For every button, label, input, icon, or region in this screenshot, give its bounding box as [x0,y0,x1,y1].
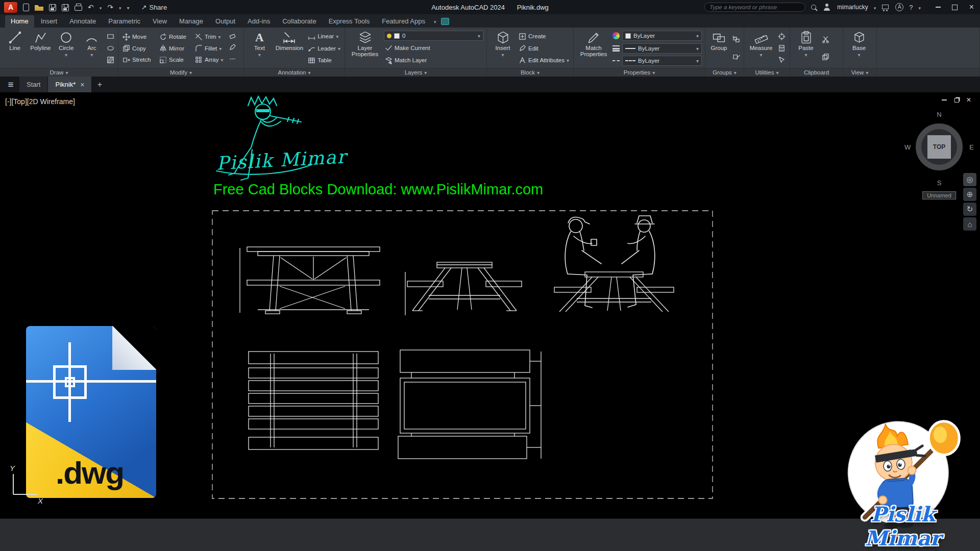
viewcube-west[interactable]: W [904,143,911,151]
viewcube-east[interactable]: E [969,143,974,151]
measure-button[interactable]: Measure [747,29,775,67]
polyline-button[interactable]: Polyline [29,29,52,67]
edit-attributes-button[interactable]: Edit Attributes [518,55,570,66]
new-tab-button[interactable] [92,77,107,92]
lineweight-icon[interactable] [612,45,620,52]
tab-add-ins[interactable]: Add-ins [242,15,276,28]
tab-annotate[interactable]: Annotate [64,15,102,28]
make-current-button[interactable]: Make Current [384,42,483,54]
tab-express-tools[interactable]: Express Tools [323,15,376,28]
measure-caret-icon[interactable] [760,52,762,58]
move-button[interactable]: Move [121,31,157,42]
panel-utilities-name[interactable]: Utilities [744,68,790,77]
account-icon[interactable] [823,3,831,11]
group-edit-icon[interactable] [731,53,741,62]
redo-icon[interactable] [107,4,113,11]
ellipse-tool-icon[interactable] [106,44,115,53]
match-properties-button[interactable]: Match Properties [577,29,610,67]
leader-button[interactable]: Leader [307,43,341,54]
rotate-button[interactable]: Rotate [158,31,193,42]
minimize-button[interactable] [929,0,946,14]
tab-output[interactable]: Output [210,15,241,28]
insert-caret-icon[interactable] [501,52,504,58]
doc-restore-icon[interactable] [952,96,961,104]
drawing-area[interactable]: [-][Top][2D Wireframe] Pislik Mimar Free… [0,92,980,518]
undo-caret-icon[interactable] [100,4,102,11]
trim-button[interactable]: Trim [194,31,227,42]
layer-select-caret-icon[interactable] [478,33,480,39]
view-name-chip[interactable]: Unnamed [922,191,956,199]
color-caret-icon[interactable] [696,33,699,39]
tab-start[interactable]: Start [19,77,48,92]
circle-caret-icon[interactable] [65,52,67,58]
more-modify-tools-icon[interactable] [228,54,237,63]
arc-caret-icon[interactable] [90,52,93,58]
group-button[interactable]: Group [708,29,729,67]
array-button[interactable]: Array [194,54,227,65]
layer-properties-button[interactable]: Layer Properties [348,29,382,67]
panel-modify-name[interactable]: Modify [118,68,243,77]
text-caret-icon[interactable] [258,52,261,58]
erase-tool-icon[interactable] [228,31,237,40]
doc-close-icon[interactable] [965,96,973,104]
ribbon-tool-icon[interactable] [441,18,449,25]
panel-view-name[interactable]: View [843,68,876,77]
customize-toolbar-caret-icon[interactable] [127,4,130,11]
account-caret-icon[interactable] [874,4,876,11]
steering-wheel-icon[interactable] [963,173,976,186]
line-button[interactable]: Line [3,29,27,67]
edit-block-button[interactable]: Edit [518,43,570,54]
tab-view[interactable]: View [147,15,173,28]
hatch-tool-icon[interactable] [106,56,115,65]
fillet-button[interactable]: Fillet [194,43,227,54]
plot-icon[interactable] [75,6,82,11]
close-button[interactable] [963,0,980,14]
linetype-caret-icon[interactable] [696,58,699,64]
maximize-button[interactable] [946,0,963,14]
explode-tool-icon[interactable] [228,43,237,52]
help-icon[interactable] [909,4,913,11]
color-wheel-icon[interactable] [612,32,620,39]
autocad-logo-icon[interactable] [4,2,17,13]
ribbon-display-caret-icon[interactable] [434,17,436,24]
save-icon[interactable] [49,4,56,11]
search-input[interactable] [709,4,800,10]
undo-icon[interactable] [88,4,94,11]
panel-groups-name[interactable]: Groups [705,68,744,77]
viewcube-top-face[interactable]: TOP [927,135,951,159]
tab-close-icon[interactable] [80,81,84,89]
quick-select-icon[interactable] [777,56,786,65]
cut-icon[interactable] [821,35,830,44]
redo-caret-icon[interactable] [119,4,121,11]
panel-draw-name[interactable]: Draw [0,68,118,77]
base-caret-icon[interactable] [857,52,860,58]
orbit-icon[interactable] [963,203,976,216]
account-name[interactable]: mimarlucky [837,4,868,11]
id-point-icon[interactable] [777,32,786,41]
cart-icon[interactable] [881,3,890,11]
doc-minimize-icon[interactable] [940,96,948,104]
circle-button[interactable]: Circle [55,29,78,67]
tab-manage[interactable]: Manage [174,15,209,28]
linetype-icon[interactable] [612,60,620,61]
tab-insert[interactable]: Insert [35,15,63,28]
panel-properties-name[interactable]: Properties [574,68,705,77]
viewport-controls[interactable]: [-][Top][2D Wireframe] [5,97,75,106]
text-button[interactable]: Text [247,29,272,67]
tab-collaborate[interactable]: Collaborate [277,15,322,28]
mirror-button[interactable]: Mirror [158,43,193,54]
copy-clip-icon[interactable] [821,53,830,62]
linear-button[interactable]: Linear [307,31,341,42]
insert-button[interactable]: Insert [490,29,516,67]
command-bar[interactable] [0,518,980,551]
home-view-icon[interactable] [963,217,976,231]
copy-button[interactable]: Copy [121,43,157,54]
panel-annotation-name[interactable]: Annotation [244,68,345,77]
share-button[interactable]: Share [141,4,167,11]
dimension-button[interactable]: Dimension [274,29,305,67]
linetype-select[interactable]: ByLayer [622,56,702,66]
file-tabs-menu-icon[interactable] [2,77,19,92]
base-button[interactable]: Base [846,29,872,67]
ungroup-icon[interactable] [731,35,741,44]
table-button[interactable]: Table [307,55,341,66]
